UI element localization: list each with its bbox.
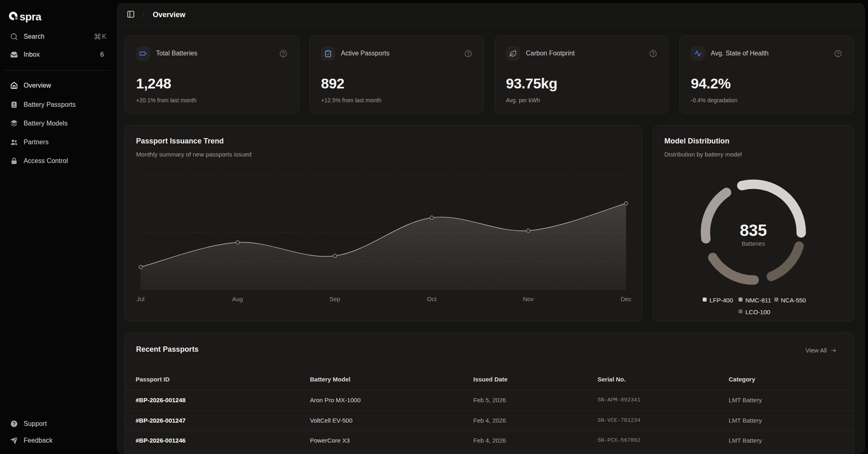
svg-text:Batteries: Batteries	[742, 240, 765, 247]
svg-text:835: 835	[740, 221, 767, 239]
svg-text:Aug: Aug	[232, 295, 243, 302]
svg-text:Oct: Oct	[427, 295, 437, 302]
svg-text:Nov: Nov	[523, 295, 534, 302]
svg-text:Sep: Sep	[330, 295, 341, 302]
svg-text:Jul: Jul	[136, 295, 144, 302]
svg-text:Dec: Dec	[621, 295, 632, 302]
